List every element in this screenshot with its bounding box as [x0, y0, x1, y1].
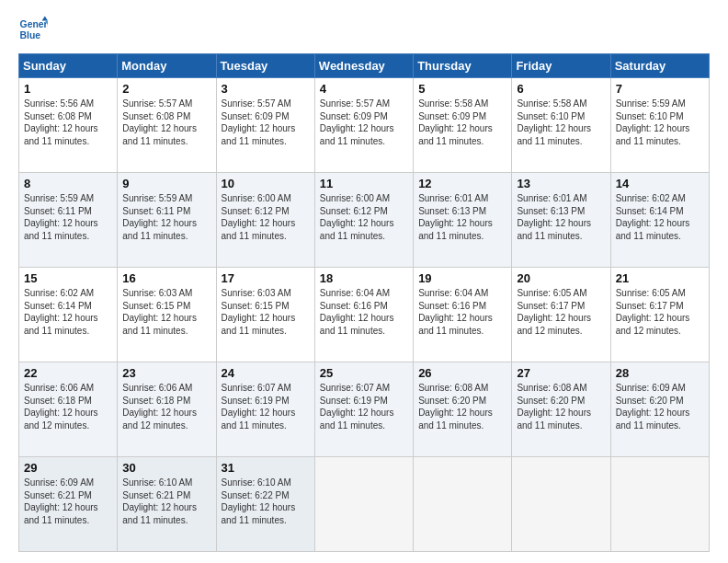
cell-info: Sunrise: 5:59 AMSunset: 6:11 PMDaylight:…: [24, 193, 98, 241]
calendar-cell: 30 Sunrise: 6:10 AMSunset: 6:21 PMDaylig…: [118, 457, 216, 552]
day-number: 19: [418, 271, 506, 285]
cell-info: Sunrise: 6:03 AMSunset: 6:15 PMDaylight:…: [222, 288, 296, 336]
day-number: 28: [616, 366, 704, 380]
cell-info: Sunrise: 6:06 AMSunset: 6:18 PMDaylight:…: [24, 383, 98, 431]
calendar-cell: 18 Sunrise: 6:04 AMSunset: 6:16 PMDaylig…: [314, 268, 413, 362]
calendar-cell: 15 Sunrise: 6:02 AMSunset: 6:14 PMDaylig…: [19, 268, 118, 362]
day-number: 23: [122, 366, 210, 380]
cell-info: Sunrise: 6:09 AMSunset: 6:20 PMDaylight:…: [616, 383, 690, 431]
day-of-week-row: SundayMondayTuesdayWednesdayThursdayFrid…: [19, 54, 710, 78]
cell-info: Sunrise: 6:00 AMSunset: 6:12 PMDaylight:…: [320, 193, 394, 241]
calendar-cell: 17 Sunrise: 6:03 AMSunset: 6:15 PMDaylig…: [216, 268, 314, 362]
cell-info: Sunrise: 6:08 AMSunset: 6:20 PMDaylight:…: [517, 383, 591, 431]
calendar-table: SundayMondayTuesdayWednesdayThursdayFrid…: [18, 53, 710, 552]
calendar-week-row: 15 Sunrise: 6:02 AMSunset: 6:14 PMDaylig…: [19, 268, 710, 362]
cell-info: Sunrise: 6:08 AMSunset: 6:20 PMDaylight:…: [418, 383, 493, 431]
calendar-cell: 11 Sunrise: 6:00 AMSunset: 6:12 PMDaylig…: [314, 173, 413, 268]
day-number: 12: [418, 177, 506, 190]
cell-info: Sunrise: 5:58 AMSunset: 6:10 PMDaylight:…: [517, 98, 591, 146]
cell-info: Sunrise: 6:01 AMSunset: 6:13 PMDaylight:…: [418, 193, 493, 241]
calendar-cell: [314, 457, 413, 552]
calendar-cell: 10 Sunrise: 6:00 AMSunset: 6:12 PMDaylig…: [216, 173, 314, 268]
calendar-cell: 6 Sunrise: 5:58 AMSunset: 6:10 PMDayligh…: [512, 78, 610, 173]
svg-marker-2: [42, 17, 48, 21]
calendar-cell: 20 Sunrise: 6:05 AMSunset: 6:17 PMDaylig…: [512, 268, 610, 362]
day-number: 3: [222, 82, 310, 96]
calendar-cell: 9 Sunrise: 5:59 AMSunset: 6:11 PMDayligh…: [118, 173, 216, 268]
logo-icon: General Blue: [18, 15, 48, 44]
cell-info: Sunrise: 6:01 AMSunset: 6:13 PMDaylight:…: [517, 193, 591, 241]
calendar-cell: 26 Sunrise: 6:08 AMSunset: 6:20 PMDaylig…: [414, 362, 512, 457]
day-number: 4: [320, 82, 408, 96]
cell-info: Sunrise: 6:07 AMSunset: 6:19 PMDaylight:…: [222, 383, 296, 431]
cell-info: Sunrise: 6:02 AMSunset: 6:14 PMDaylight:…: [24, 288, 98, 336]
day-number: 14: [616, 177, 704, 190]
calendar-cell: 1 Sunrise: 5:56 AMSunset: 6:08 PMDayligh…: [19, 78, 118, 173]
day-number: 17: [222, 271, 310, 285]
page: General Blue SundayMondayTuesdayWednesda…: [0, 0, 728, 563]
day-number: 20: [517, 271, 605, 285]
dow-header: Saturday: [610, 54, 709, 78]
cell-info: Sunrise: 5:57 AMSunset: 6:08 PMDaylight:…: [122, 98, 197, 146]
cell-info: Sunrise: 6:02 AMSunset: 6:14 PMDaylight:…: [616, 193, 690, 241]
dow-header: Wednesday: [314, 54, 413, 78]
calendar-week-row: 8 Sunrise: 5:59 AMSunset: 6:11 PMDayligh…: [19, 173, 710, 268]
day-number: 27: [517, 366, 605, 380]
calendar-cell: 16 Sunrise: 6:03 AMSunset: 6:15 PMDaylig…: [118, 268, 216, 362]
calendar-week-row: 29 Sunrise: 6:09 AMSunset: 6:21 PMDaylig…: [19, 457, 710, 552]
cell-info: Sunrise: 5:58 AMSunset: 6:09 PMDaylight:…: [418, 98, 493, 146]
dow-header: Tuesday: [216, 54, 314, 78]
day-number: 21: [616, 271, 704, 285]
cell-info: Sunrise: 5:59 AMSunset: 6:11 PMDaylight:…: [122, 193, 197, 241]
cell-info: Sunrise: 6:09 AMSunset: 6:21 PMDaylight:…: [24, 477, 98, 525]
calendar-body: 1 Sunrise: 5:56 AMSunset: 6:08 PMDayligh…: [19, 78, 710, 552]
cell-info: Sunrise: 5:59 AMSunset: 6:10 PMDaylight:…: [616, 98, 690, 146]
calendar-cell: 31 Sunrise: 6:10 AMSunset: 6:22 PMDaylig…: [216, 457, 314, 552]
day-number: 8: [24, 177, 112, 190]
cell-info: Sunrise: 6:10 AMSunset: 6:22 PMDaylight:…: [222, 477, 296, 525]
svg-text:Blue: Blue: [20, 30, 41, 40]
svg-text:General: General: [20, 19, 48, 29]
day-number: 2: [122, 82, 210, 96]
cell-info: Sunrise: 6:10 AMSunset: 6:21 PMDaylight:…: [122, 477, 197, 525]
calendar-cell: 12 Sunrise: 6:01 AMSunset: 6:13 PMDaylig…: [414, 173, 512, 268]
calendar-cell: 27 Sunrise: 6:08 AMSunset: 6:20 PMDaylig…: [512, 362, 610, 457]
day-number: 1: [24, 82, 112, 96]
day-number: 29: [24, 461, 112, 475]
day-number: 6: [517, 82, 605, 96]
day-number: 22: [24, 366, 112, 380]
cell-info: Sunrise: 6:00 AMSunset: 6:12 PMDaylight:…: [222, 193, 296, 241]
cell-info: Sunrise: 6:07 AMSunset: 6:19 PMDaylight:…: [320, 383, 394, 431]
calendar-cell: 28 Sunrise: 6:09 AMSunset: 6:20 PMDaylig…: [610, 362, 709, 457]
cell-info: Sunrise: 5:56 AMSunset: 6:08 PMDaylight:…: [24, 98, 98, 146]
calendar-week-row: 22 Sunrise: 6:06 AMSunset: 6:18 PMDaylig…: [19, 362, 710, 457]
calendar-week-row: 1 Sunrise: 5:56 AMSunset: 6:08 PMDayligh…: [19, 78, 710, 173]
day-number: 11: [320, 177, 408, 190]
cell-info: Sunrise: 6:04 AMSunset: 6:16 PMDaylight:…: [320, 288, 394, 336]
calendar-cell: [610, 457, 709, 552]
dow-header: Monday: [118, 54, 216, 78]
day-number: 24: [222, 366, 310, 380]
calendar-cell: 14 Sunrise: 6:02 AMSunset: 6:14 PMDaylig…: [610, 173, 709, 268]
calendar-cell: 3 Sunrise: 5:57 AMSunset: 6:09 PMDayligh…: [216, 78, 314, 173]
calendar-cell: [414, 457, 512, 552]
calendar-cell: [512, 457, 610, 552]
dow-header: Sunday: [19, 54, 118, 78]
day-number: 26: [418, 366, 506, 380]
day-number: 25: [320, 366, 408, 380]
dow-header: Friday: [512, 54, 610, 78]
cell-info: Sunrise: 6:03 AMSunset: 6:15 PMDaylight:…: [122, 288, 197, 336]
day-number: 15: [24, 271, 112, 285]
day-number: 18: [320, 271, 408, 285]
calendar-cell: 21 Sunrise: 6:05 AMSunset: 6:17 PMDaylig…: [610, 268, 709, 362]
calendar-cell: 19 Sunrise: 6:04 AMSunset: 6:16 PMDaylig…: [414, 268, 512, 362]
dow-header: Thursday: [414, 54, 512, 78]
calendar-cell: 29 Sunrise: 6:09 AMSunset: 6:21 PMDaylig…: [19, 457, 118, 552]
day-number: 5: [418, 82, 506, 96]
day-number: 16: [122, 271, 210, 285]
calendar-cell: 13 Sunrise: 6:01 AMSunset: 6:13 PMDaylig…: [512, 173, 610, 268]
calendar-cell: 22 Sunrise: 6:06 AMSunset: 6:18 PMDaylig…: [19, 362, 118, 457]
day-number: 9: [122, 177, 210, 190]
day-number: 7: [616, 82, 704, 96]
cell-info: Sunrise: 6:04 AMSunset: 6:16 PMDaylight:…: [418, 288, 493, 336]
